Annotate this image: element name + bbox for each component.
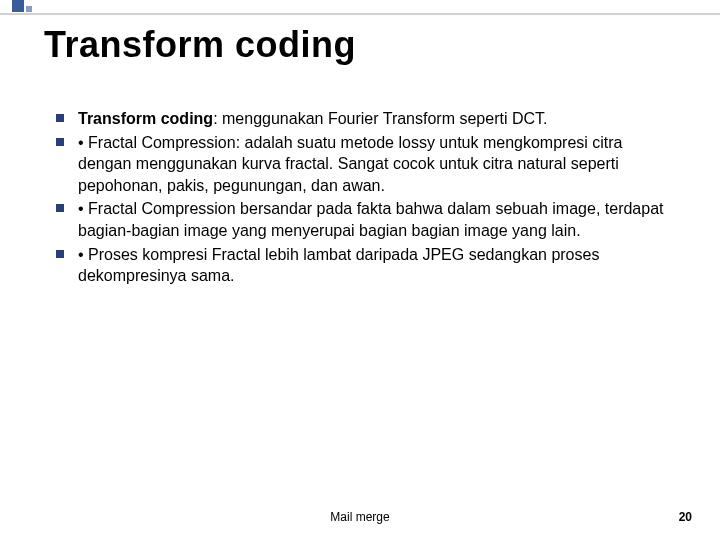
page-number: 20 <box>679 510 692 524</box>
slide-content: Transform coding: menggunakan Fourier Tr… <box>56 108 680 289</box>
square-bullet-icon <box>56 114 64 122</box>
list-item-text: Transform coding: menggunakan Fourier Tr… <box>78 108 547 130</box>
list-item-text: • Fractal Compression bersandar pada fak… <box>78 198 680 241</box>
list-item: • Proses kompresi Fractal lebih lambat d… <box>56 244 680 287</box>
square-bullet-icon <box>56 250 64 258</box>
slide-title: Transform coding <box>44 24 356 66</box>
list-item: • Fractal Compression: adalah suatu meto… <box>56 132 680 197</box>
slide-corner-decoration <box>0 0 60 18</box>
list-item: Transform coding: menggunakan Fourier Tr… <box>56 108 680 130</box>
list-item-text: • Proses kompresi Fractal lebih lambat d… <box>78 244 680 287</box>
square-bullet-icon <box>56 204 64 212</box>
footer-label: Mail merge <box>330 510 389 524</box>
list-item: • Fractal Compression bersandar pada fak… <box>56 198 680 241</box>
square-bullet-icon <box>56 138 64 146</box>
list-item-text: • Fractal Compression: adalah suatu meto… <box>78 132 680 197</box>
